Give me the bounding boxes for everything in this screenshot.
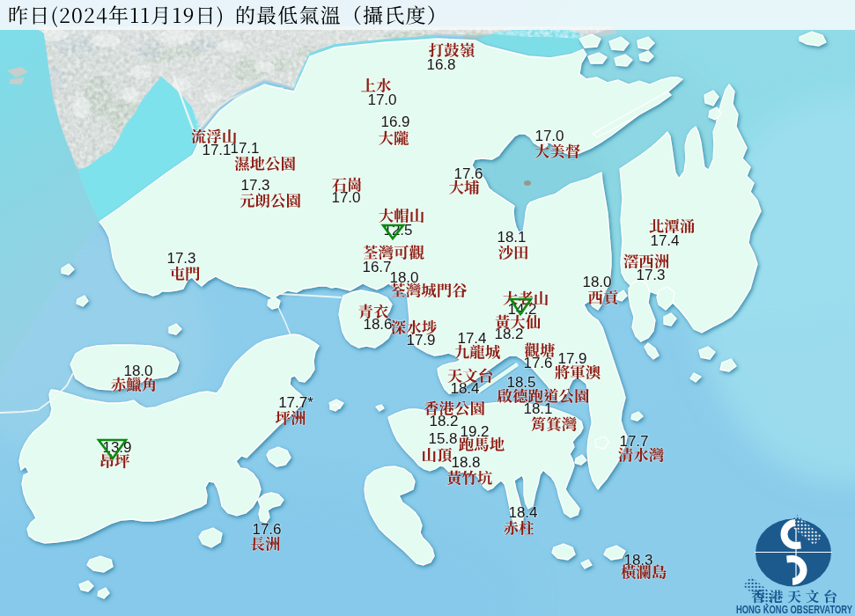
svg-text:18.1: 18.1: [497, 229, 526, 246]
svg-text:17.3: 17.3: [166, 250, 195, 267]
svg-text:16.7: 16.7: [362, 259, 391, 275]
svg-text:HONG KONG OBSERVATORY: HONG KONG OBSERVATORY: [736, 603, 852, 616]
svg-text:18.0: 18.0: [582, 274, 611, 290]
svg-text:17.3: 17.3: [240, 177, 269, 194]
svg-text:17.7*: 17.7*: [278, 394, 313, 411]
svg-text:17.9: 17.9: [406, 332, 435, 348]
svg-text:16.8: 16.8: [426, 56, 455, 73]
svg-text:17.3: 17.3: [636, 267, 665, 283]
svg-text:15.8: 15.8: [428, 430, 457, 447]
svg-text:17.1: 17.1: [202, 142, 231, 158]
svg-text:17.0: 17.0: [367, 92, 396, 108]
svg-text:18.4: 18.4: [508, 504, 537, 521]
svg-text:17.0: 17.0: [534, 128, 564, 144]
svg-text:17.4: 17.4: [650, 232, 679, 249]
svg-text:17.7: 17.7: [619, 433, 648, 450]
svg-text:16.9: 16.9: [380, 114, 409, 130]
svg-text:17.6: 17.6: [252, 521, 281, 538]
svg-text:18.8: 18.8: [451, 454, 480, 471]
